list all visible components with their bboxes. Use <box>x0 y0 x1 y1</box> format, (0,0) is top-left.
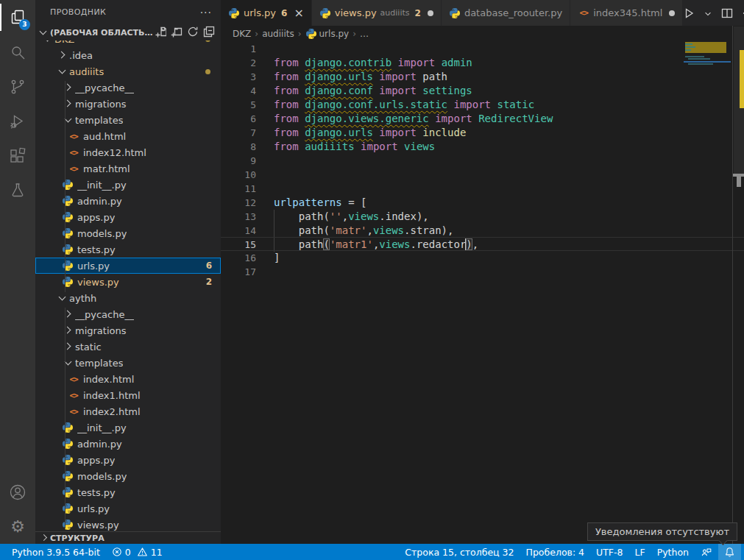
collapse-all-icon[interactable] <box>203 26 215 40</box>
tree-file-views.py[interactable]: views.py2 <box>35 274 221 290</box>
code-line-3[interactable]: 3from django.urls import path <box>221 70 744 84</box>
code-line-10[interactable]: 10 <box>221 168 744 182</box>
tree-folder-static[interactable]: static <box>35 339 221 355</box>
code-line-4[interactable]: 4from django.conf import settings <box>221 84 744 98</box>
run-dropdown-icon[interactable] <box>704 9 712 18</box>
notifications-bell-button[interactable] <box>718 544 741 560</box>
tree-folder-audiiits[interactable]: audiiits <box>35 63 221 79</box>
sidebar-more-actions-button[interactable]: ··· <box>200 7 212 18</box>
tree-folder-__pycache__[interactable]: __pycache__ <box>35 306 221 322</box>
code-line-11[interactable]: 11 <box>221 182 744 196</box>
code-line-17[interactable]: 17 <box>221 265 744 279</box>
code-line-16[interactable]: 16] <box>221 251 744 265</box>
token: import <box>379 127 417 138</box>
breadcrumb-item[interactable]: DKZ <box>233 29 251 39</box>
tree-file-matr.html[interactable]: <>matr.html <box>35 160 221 177</box>
modified-dot[interactable] <box>428 10 433 16</box>
code-line-8[interactable]: 8from audiiits import views <box>221 140 744 154</box>
accounts-icon[interactable] <box>0 475 35 509</box>
overview-ruler[interactable] <box>732 26 744 544</box>
source-control-icon[interactable] <box>0 69 35 104</box>
code-line-1[interactable]: 1 <box>221 42 744 56</box>
tree-file-models.py[interactable]: models.py <box>35 225 221 241</box>
tree-folder-dkz[interactable]: DKZ <box>35 40 221 47</box>
breadcrumb-item[interactable]: … <box>360 29 369 39</box>
code-line-7[interactable]: 7from django.urls import include <box>221 126 744 140</box>
tree-folder-templates[interactable]: templates <box>35 112 221 128</box>
tree-file-index2.html[interactable]: <>index2.html <box>35 403 221 419</box>
file-name: views.py <box>77 277 119 288</box>
new-file-icon[interactable] <box>155 26 166 40</box>
outline-section-header[interactable]: СТРУКТУРА <box>35 531 221 544</box>
tree-file-__init__.py[interactable]: __init__.py <box>35 419 221 436</box>
code-line-12[interactable]: 12urlpatterns = [ <box>221 196 744 210</box>
tab-urls.py[interactable]: urls.py6× <box>221 0 312 26</box>
tree-folder-migrations[interactable]: migrations <box>35 322 221 339</box>
token: .redactor <box>410 238 466 250</box>
tab-views.py[interactable]: views.pyaudiiits2 <box>312 0 442 26</box>
tree-file-tests.py[interactable]: tests.py <box>35 484 221 500</box>
tab-index345.html[interactable]: <>index345.html <box>570 0 683 26</box>
file-name: aud.html <box>83 131 126 142</box>
search-icon[interactable] <box>0 35 35 69</box>
breadcrumb-item[interactable]: audiiits <box>262 29 294 39</box>
token: django.conf <box>305 85 373 96</box>
tree-folder-templates[interactable]: templates <box>35 355 221 371</box>
indentation-status[interactable]: Пробелов: 4 <box>520 544 591 560</box>
tree-file-urls.py[interactable]: urls.py6 <box>35 258 221 274</box>
tree-file-models.py[interactable]: models.py <box>35 468 221 484</box>
settings-icon[interactable]: ⚙ <box>0 509 35 544</box>
workspace-section-header[interactable]: (РАБОЧАЯ ОБЛАСТЬ) ... <box>35 24 221 40</box>
tree-file-index.html[interactable]: <>index.html <box>35 371 221 387</box>
tree-folder-migrations[interactable]: migrations <box>35 96 221 112</box>
testing-icon[interactable] <box>0 173 35 208</box>
python-interpreter-status[interactable]: Python 3.9.5 64-bit <box>6 544 106 560</box>
cursor-position-status[interactable]: Строка 15, столбец 32 <box>399 544 520 560</box>
problems-status[interactable]: 0 11 <box>106 544 169 560</box>
code-line-14[interactable]: 14 path('matr',views.stran), <box>221 224 744 238</box>
chevron-right-icon <box>62 308 74 320</box>
tree-folder-.idea[interactable]: .idea <box>35 47 221 63</box>
tree-folder-aythh[interactable]: aythh <box>35 290 221 306</box>
python-file-icon <box>62 179 74 191</box>
new-folder-icon[interactable] <box>171 26 183 40</box>
code-editor[interactable]: 12from django.contrib import admin3from … <box>221 42 744 544</box>
tree-file-views.py[interactable]: views.py <box>35 517 221 531</box>
code-line-5[interactable]: 5from django.conf.urls.static import sta… <box>221 98 744 112</box>
token <box>472 113 478 124</box>
token: django.contrib <box>305 57 392 68</box>
code-line-2[interactable]: 2from django.contrib import admin <box>221 56 744 70</box>
tree-file-urls.py[interactable]: urls.py <box>35 500 221 517</box>
code-line-6[interactable]: 6from django.views.generic import Redire… <box>221 112 744 126</box>
explorer-icon[interactable]: 3 <box>0 0 35 35</box>
code-text <box>256 182 274 196</box>
encoding-status[interactable]: UTF-8 <box>590 544 628 560</box>
code-line-9[interactable]: 9 <box>221 154 744 168</box>
extensions-icon[interactable] <box>0 138 35 173</box>
code-line-13[interactable]: 13 path('',views.index), <box>221 210 744 224</box>
minimap[interactable] <box>684 42 732 544</box>
breadcrumb-item[interactable]: urls.py <box>305 28 350 40</box>
tree-file-__init__.py[interactable]: __init__.py <box>35 177 221 193</box>
tree-file-tests.py[interactable]: tests.py <box>35 241 221 258</box>
tree-file-index12.html[interactable]: <>index12.html <box>35 144 221 160</box>
run-and-debug-icon[interactable] <box>0 104 35 138</box>
eol-status[interactable]: LF <box>629 544 651 560</box>
language-mode-status[interactable]: Python <box>651 544 695 560</box>
tree-file-apps.py[interactable]: apps.py <box>35 452 221 468</box>
tree-file-admin.py[interactable]: admin.py <box>35 436 221 452</box>
code-line-15[interactable]: 15 path('matr1',views.redactor), <box>221 237 744 251</box>
feedback-button[interactable] <box>695 544 718 560</box>
tree-file-index1.html[interactable]: <>index1.html <box>35 387 221 403</box>
close-icon[interactable]: × <box>294 7 303 19</box>
tree-folder-__pycache__[interactable]: __pycache__ <box>35 79 221 96</box>
tab-database_roouter.py[interactable]: database_roouter.py <box>442 0 570 26</box>
split-editor-icon[interactable] <box>721 7 733 19</box>
tree-file-apps.py[interactable]: apps.py <box>35 209 221 225</box>
tree-file-admin.py[interactable]: admin.py <box>35 193 221 209</box>
modified-dot[interactable] <box>669 10 675 16</box>
refresh-icon[interactable] <box>187 26 199 40</box>
line-number: 15 <box>221 238 256 250</box>
tree-file-aud.html[interactable]: <>aud.html <box>35 128 221 144</box>
run-icon[interactable] <box>683 7 695 19</box>
